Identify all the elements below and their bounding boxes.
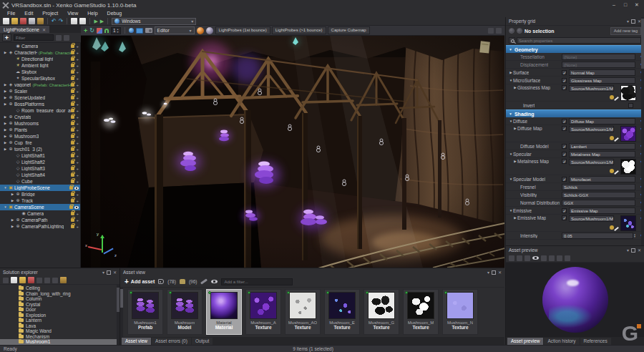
lock-icon[interactable] (71, 167, 74, 170)
add-component-icon[interactable]: + (76, 199, 79, 203)
asset-preview-header[interactable]: Asset preview ▾ ✕ (506, 246, 644, 254)
add-component-icon[interactable]: + (76, 122, 79, 126)
grid-icon[interactable] (541, 255, 547, 261)
property-row[interactable]: ▶ Metalness Map Source/Mushroom1/Mushroo… (506, 158, 644, 175)
add-component-icon[interactable]: + (76, 173, 79, 177)
filter-icon[interactable] (52, 278, 58, 283)
tree-row[interactable]: ✦ SpecularSkybox + (0, 75, 80, 82)
bottom-tab[interactable]: Asset view (122, 338, 151, 345)
refresh-icon[interactable] (36, 278, 42, 283)
property-row[interactable]: ▼ MicroSurface Glossiness Map ▾ (506, 77, 644, 84)
pencil-icon[interactable] (614, 97, 619, 101)
material-preview-sphere[interactable] (542, 267, 608, 333)
property-search-input[interactable] (517, 37, 641, 44)
property-row[interactable]: ▼ Specular Metalness Map ▾ (506, 150, 644, 158)
asset-tile[interactable]: Mushroom_A Texture (245, 289, 281, 335)
save-all-icon[interactable] (37, 18, 44, 24)
add-component-icon[interactable]: + (76, 64, 79, 68)
property-row[interactable]: ▶ Surface Normal Map ▾ (506, 69, 644, 77)
editor-mode-select[interactable]: Editor ▾ (155, 26, 195, 34)
export-icon[interactable] (29, 18, 35, 24)
lock-icon[interactable] (71, 154, 74, 157)
pencil-icon[interactable] (614, 170, 619, 175)
rotate-gizmo-icon[interactable]: ↻ (89, 27, 94, 34)
lock-icon[interactable] (71, 115, 74, 119)
minimize-button[interactable]: – (609, 1, 619, 9)
bottom-tab[interactable]: Action history (544, 338, 579, 345)
tree-expander-icon[interactable]: ▼ (3, 205, 8, 209)
property-value[interactable]: 0.05 (562, 233, 633, 239)
tree-row[interactable]: ▶ ⊕ Mushrooms + (0, 120, 80, 127)
property-row[interactable]: Intensity 0.05 ▴▾ ▾ (506, 232, 644, 240)
property-row[interactable]: Tessellation (None) ▾ (506, 53, 644, 61)
hierarchy-filter-input[interactable] (14, 34, 54, 41)
add-component-icon[interactable]: + (76, 167, 79, 171)
add-component-icon[interactable]: + (76, 180, 79, 184)
property-checkbox[interactable] (562, 208, 567, 213)
type-filter-icon[interactable] (180, 279, 185, 284)
property-value[interactable]: Microfacet (569, 176, 635, 182)
property-value[interactable]: Metalness Map (569, 151, 635, 157)
tree-expander-icon[interactable]: ▶ (3, 89, 8, 93)
tree-row[interactable]: ▼ ▣ CameraScene + (0, 204, 80, 210)
section-geometry-header[interactable]: ▼ Geometry (506, 45, 644, 53)
hand-icon[interactable] (610, 169, 614, 173)
tree-row[interactable]: ▶ ⊕ Track + (0, 197, 80, 204)
panel-menu-icon[interactable]: ▾ (102, 270, 104, 275)
tree-row[interactable]: ▶ ⊕ Scaler + (0, 88, 80, 94)
forward-icon[interactable] (517, 28, 522, 34)
tree-row[interactable]: ☀ Ambient light + (0, 62, 80, 69)
lock-icon[interactable] (71, 212, 74, 215)
add-component-icon[interactable]: + (76, 57, 79, 62)
asset-filter-input[interactable] (221, 278, 293, 285)
lock-icon[interactable] (71, 180, 74, 183)
tree-row[interactable]: ▼ ▣ LightProbeScene + (0, 185, 80, 191)
render-mode-icon[interactable] (136, 28, 143, 34)
tree-row[interactable]: ◇ LightShaft2 + (0, 159, 80, 165)
tree-row[interactable]: ◇ Cube + (0, 178, 80, 185)
viewport-3d-scene[interactable]: x y z (81, 36, 504, 268)
texture-thumbnail[interactable] (620, 126, 636, 142)
property-value[interactable]: Lambert (569, 143, 635, 150)
add-component-icon[interactable]: + (76, 225, 79, 229)
sort-descending-icon[interactable] (64, 35, 69, 41)
folder-row[interactable]: Crystal (0, 302, 119, 308)
panel-menu-icon[interactable]: ▾ (627, 19, 629, 24)
property-value[interactable]: Source/Mushroom1/Mushroom_M (569, 159, 614, 165)
step-icon[interactable]: ▶ (100, 18, 104, 24)
lock-icon[interactable] (71, 64, 74, 67)
lock-icon[interactable] (71, 199, 74, 202)
tree-row[interactable]: ◇ LightShaft4 + (0, 172, 80, 178)
property-row[interactable]: ▼ Emissive Emissive Map ▾ (506, 207, 644, 215)
tree-expander-icon[interactable]: ▶ (3, 135, 8, 138)
add-component-icon[interactable]: + (76, 83, 79, 87)
lightprobe-sphere-icon[interactable] (206, 27, 213, 34)
invert-checkbox[interactable] (628, 103, 633, 108)
property-row[interactable]: ▼ Diffuse Diffuse Map ▾ (506, 117, 644, 125)
property-row[interactable]: Fresnel Schlick ▾ (506, 183, 644, 191)
add-component-icon[interactable]: + (76, 147, 79, 152)
snap-icon[interactable] (104, 29, 109, 33)
snap-value-stepper[interactable]: 1 ▴▾ (111, 27, 121, 34)
property-value[interactable]: Glossiness Map (569, 77, 635, 84)
panel-menu-icon[interactable]: ▾ (627, 248, 629, 253)
add-component-icon[interactable]: + (76, 89, 79, 94)
tree-row[interactable]: ▶ ⊕ Plants + (0, 127, 80, 133)
property-row[interactable]: Normal Distribution GGX ▾ (506, 199, 644, 207)
tree-row[interactable]: ▶ ⊕ BossPlatforms + (0, 101, 80, 107)
property-row[interactable]: Visibility Schlick-GGX ▾ (506, 191, 644, 199)
visibility-icon[interactable] (532, 256, 539, 260)
asset-tile[interactable]: Mushroom_AO Texture (285, 289, 321, 335)
tree-expander-icon[interactable]: ▶ (3, 96, 8, 99)
lock-icon[interactable] (69, 205, 73, 209)
scale-gizmo-icon[interactable] (97, 28, 102, 34)
property-row[interactable]: Diffuse Model Lambert ▾ (506, 142, 644, 150)
lightprobe-action-button[interactable]: LightProbes (>1 bounce) (272, 26, 326, 34)
properties-icon[interactable] (60, 277, 67, 283)
asset-tile[interactable]: Mushroom1 Prefab (127, 289, 163, 335)
property-checkbox[interactable] (562, 78, 567, 83)
property-grid-scrollbar[interactable] (641, 17, 644, 245)
tree-expander-icon[interactable]: ▶ (3, 51, 8, 54)
folder-row[interactable]: Lava (0, 323, 119, 329)
tree-row[interactable]: ☀ Directional light + (0, 56, 80, 62)
